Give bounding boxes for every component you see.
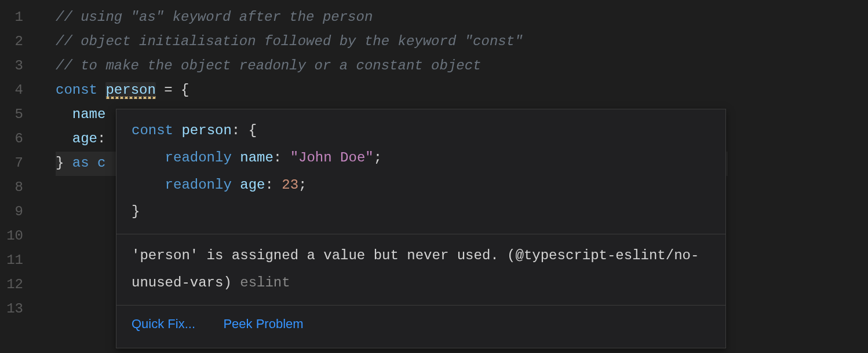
line-number: 4 [0,79,39,102]
line-number: 7 [0,152,39,175]
comment-text: // to make the object readonly or a cons… [56,58,482,73]
line-number: 13 [0,297,39,321]
modifier: readonly [165,177,232,193]
line-number: 8 [0,176,39,200]
code-line[interactable]: 1 // using "as" keyword after the person [0,6,868,30]
number-literal: 23 [282,177,298,193]
line-number: 2 [0,30,39,54]
line-number: 12 [0,273,39,297]
line-number: 1 [0,6,39,30]
modifier: readonly [165,150,232,166]
keyword: const [56,82,97,98]
line-number: 5 [0,103,39,127]
hover-problem: 'person' is assigned a value but never u… [116,234,725,305]
line-number: 3 [0,54,39,78]
identifier: person [173,123,232,138]
problem-message: 'person' is assigned a value but never u… [132,248,699,291]
hover-actions: Quick Fix... Peek Problem [116,305,725,348]
line-number: 6 [0,127,39,151]
identifier-warning[interactable]: person [105,82,155,99]
string-literal: "John Doe" [290,150,374,166]
property: name [72,106,106,122]
property: age [232,177,265,193]
code-text: = { [156,82,189,98]
line-number: 9 [0,200,39,224]
code-line[interactable]: 4 const person = { [0,79,868,103]
keyword: as [64,155,97,171]
problem-source: eslint [232,275,290,291]
quick-fix-button[interactable]: Quick Fix... [132,317,195,331]
keyword: const [132,123,173,138]
keyword: c [97,155,105,171]
comment-text: // using "as" keyword after the person [56,9,373,25]
line-number: 10 [0,225,39,248]
comment-text: // object initialisation followed by the… [56,34,523,49]
hover-tooltip: const person: { readonly name: "John Doe… [116,109,726,348]
brace: } [56,155,64,171]
hover-signature: const person: { readonly name: "John Doe… [116,109,725,234]
line-number: 11 [0,249,39,273]
property: age [72,131,97,146]
code-line[interactable]: 3 // to make the object readonly or a co… [0,54,868,79]
peek-problem-button[interactable]: Peek Problem [223,317,303,331]
property: name [232,150,273,166]
code-line[interactable]: 2 // object initialisation followed by t… [0,30,868,54]
